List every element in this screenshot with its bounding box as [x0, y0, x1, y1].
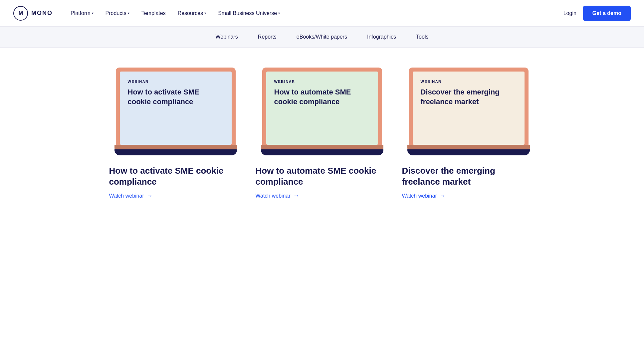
chevron-down-icon: ▾	[128, 11, 129, 15]
laptop-illustration-1: WEBINAR How to activate SME cookie compl…	[109, 68, 242, 155]
nav-item-small-business-universe[interactable]: Small Business Universe ▾	[213, 8, 285, 19]
arrow-icon: →	[440, 192, 446, 199]
nav-item-platform[interactable]: Platform ▾	[66, 8, 98, 19]
chevron-down-icon: ▾	[92, 11, 94, 15]
laptop-base	[261, 145, 383, 155]
watch-webinar-link-3[interactable]: Watch webinar →	[402, 192, 535, 199]
sub-nav-reports[interactable]: Reports	[258, 33, 277, 41]
laptop-hinge	[407, 145, 530, 149]
laptop-screen: WEBINAR How to automate SME cookie compl…	[266, 72, 378, 145]
card-title-3: Discover the emerging freelance market	[402, 165, 535, 187]
watch-webinar-link-2[interactable]: Watch webinar →	[256, 192, 389, 199]
laptop-screen-title: How to activate SME cookie compliance	[128, 87, 224, 106]
arrow-icon: →	[147, 192, 153, 199]
arrow-icon: →	[293, 192, 299, 199]
laptop-foot	[407, 149, 530, 155]
laptop-hinge	[114, 145, 237, 149]
card-title-1: How to activate SME cookie compliance	[109, 165, 242, 187]
nav-item-resources[interactable]: Resources ▾	[173, 8, 211, 19]
card-3: WEBINAR Discover the emerging freelance …	[402, 68, 535, 199]
cards-grid: WEBINAR How to activate SME cookie compl…	[109, 68, 535, 199]
laptop-screen: WEBINAR Discover the emerging freelance …	[413, 72, 525, 145]
nav-item-templates[interactable]: Templates	[137, 8, 170, 19]
laptop-hinge	[261, 145, 383, 149]
nav-item-products[interactable]: Products ▾	[101, 8, 134, 19]
sub-nav-ebooks[interactable]: eBooks/White papers	[297, 33, 347, 41]
logo-text: MONO	[31, 10, 53, 17]
main-navigation: Platform ▾ Products ▾ Templates Resource…	[66, 8, 563, 19]
main-content: WEBINAR How to activate SME cookie compl…	[89, 48, 555, 226]
sub-nav-infographics[interactable]: Infographics	[367, 33, 396, 41]
laptop-base	[407, 145, 530, 155]
chevron-down-icon: ▾	[204, 11, 206, 15]
top-nav: M MONO Platform ▾ Products ▾ Templates R…	[0, 0, 644, 27]
webinar-tag: WEBINAR	[274, 80, 370, 84]
sub-nav-tools[interactable]: Tools	[416, 33, 428, 41]
laptop-base	[114, 145, 237, 155]
login-button[interactable]: Login	[563, 10, 576, 16]
sub-nav-webinars[interactable]: Webinars	[216, 33, 238, 41]
webinar-tag: WEBINAR	[128, 80, 224, 84]
card-1: WEBINAR How to activate SME cookie compl…	[109, 68, 242, 199]
laptop-illustration-2: WEBINAR How to automate SME cookie compl…	[256, 68, 389, 155]
watch-webinar-link-1[interactable]: Watch webinar →	[109, 192, 242, 199]
laptop-body: WEBINAR Discover the emerging freelance …	[409, 68, 529, 145]
laptop-screen-title: Discover the emerging freelance market	[421, 87, 517, 106]
laptop-screen-title: How to automate SME cookie compliance	[274, 87, 370, 106]
chevron-down-icon: ▾	[278, 11, 280, 15]
sub-nav: Webinars Reports eBooks/White papers Inf…	[0, 27, 644, 48]
laptop-foot	[261, 149, 383, 155]
logo[interactable]: M MONO	[13, 6, 53, 21]
laptop-screen: WEBINAR How to activate SME cookie compl…	[120, 72, 232, 145]
card-2: WEBINAR How to automate SME cookie compl…	[256, 68, 389, 199]
laptop-body: WEBINAR How to activate SME cookie compl…	[116, 68, 236, 145]
nav-actions: Login Get a demo	[563, 6, 631, 21]
laptop-body: WEBINAR How to automate SME cookie compl…	[262, 68, 382, 145]
laptop-foot	[114, 149, 237, 155]
logo-monogram: M	[13, 6, 28, 21]
get-demo-button[interactable]: Get a demo	[583, 6, 631, 21]
card-title-2: How to automate SME cookie compliance	[256, 165, 389, 187]
webinar-tag: WEBINAR	[421, 80, 517, 84]
laptop-illustration-3: WEBINAR Discover the emerging freelance …	[402, 68, 535, 155]
